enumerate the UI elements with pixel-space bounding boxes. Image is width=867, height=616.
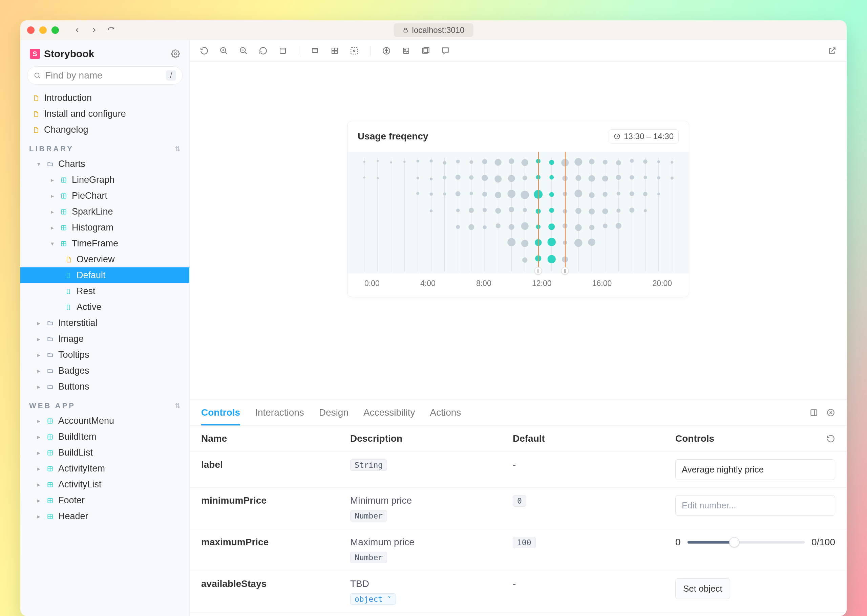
sidebar-component-sparkline[interactable]: ▸SparkLine [20,204,189,220]
type-badge: Number [350,510,387,522]
svg-point-100 [522,159,528,166]
maximize-window-button[interactable] [52,27,59,34]
zoom-reset-button[interactable] [258,46,268,56]
folder-icon [46,160,54,168]
svg-point-144 [603,223,607,228]
section-sort-icon[interactable]: ⇅ [175,145,181,153]
col-default: Default [513,433,675,444]
svg-point-148 [616,209,620,212]
sidebar-story-default[interactable]: Default [20,267,189,283]
chart-area[interactable]: || || [348,152,689,273]
addons-orientation-button[interactable] [809,408,818,417]
close-window-button[interactable] [27,27,35,34]
sidebar-component-timeframe[interactable]: ▾TimeFrame [20,236,189,251]
sidebar-component-accountmenu[interactable]: ▸AccountMenu [20,413,189,429]
prop-control: Set object [675,578,835,599]
sidebar-component-activitylist[interactable]: ▸ActivityList [20,476,189,492]
svg-rect-29 [403,48,409,53]
sidebar-doc-2[interactable]: Changelog [20,122,189,138]
sidebar-component-footer[interactable]: ▸Footer [20,492,189,508]
svg-point-26 [354,50,355,51]
svg-point-64 [417,160,419,162]
range-control[interactable] [688,541,805,544]
svg-point-74 [456,159,460,163]
sidebar-component-buildlist[interactable]: ▸BuildList [20,445,189,460]
remount-button[interactable] [199,46,209,56]
minimize-window-button[interactable] [39,27,47,34]
grid-button[interactable] [329,46,340,56]
search-shortcut: / [166,71,176,80]
sidebar-folder-charts[interactable]: ▾Charts [20,156,189,172]
url-box[interactable]: localhost:3010 [394,24,474,37]
brand[interactable]: S Storybook [30,48,94,60]
svg-rect-24 [335,51,337,53]
sidebar-component-linegraph[interactable]: ▸LineGraph [20,172,189,188]
component-icon [46,497,54,504]
sidebar-folder-badges[interactable]: ▸Badges [20,363,189,379]
sidebar-component-activityitem[interactable]: ▸ActivityItem [20,460,189,476]
outline-button[interactable] [421,46,431,56]
traffic-lights [27,27,59,34]
sidebar-component-piechart[interactable]: ▸PieChart [20,188,189,204]
section-sort-icon[interactable]: ⇅ [175,402,181,410]
selection-line-end [565,152,566,273]
viewport-button[interactable] [310,46,320,56]
svg-point-86 [482,192,487,196]
svg-point-155 [644,176,647,179]
nav-back-button[interactable] [72,25,82,35]
measure-button[interactable] [349,46,359,56]
svg-point-151 [629,175,634,179]
svg-point-79 [469,160,473,164]
component-icon [60,208,68,216]
svg-point-137 [588,209,595,215]
svg-point-114 [549,160,554,165]
sidebar-component-header[interactable]: ▸Header [20,508,189,524]
type-badge[interactable]: object ˅ [350,593,396,605]
svg-rect-20 [312,49,318,49]
tab-interactions[interactable]: Interactions [255,400,304,426]
svg-point-80 [469,175,474,180]
tab-accessibility[interactable]: Accessibility [363,400,415,426]
text-control[interactable] [675,459,835,480]
reset-controls-button[interactable] [826,434,835,443]
type-badge: Number [350,552,387,563]
tab-actions[interactable]: Actions [430,400,461,426]
sidebar-folder-buttons[interactable]: ▸Buttons [20,379,189,394]
sidebar-story-active[interactable]: Active [20,299,189,315]
svg-point-132 [575,224,582,231]
zoom-out-button[interactable] [238,46,249,56]
nav-forward-button[interactable] [90,25,99,35]
sidebar-story-rest[interactable]: Rest [20,283,189,299]
svg-point-83 [468,224,474,230]
nav-reload-button[interactable] [106,25,116,35]
tab-design[interactable]: Design [319,400,348,426]
open-new-tab-button[interactable] [827,46,837,56]
section-webapp: WEB APP [29,401,76,410]
object-control-button[interactable]: Set object [675,578,730,599]
component-icon [46,465,54,473]
background-button[interactable] [278,46,288,56]
zoom-in-button[interactable] [219,46,229,56]
sidebar-folder-image[interactable]: ▸Image [20,331,189,347]
sidebar-folder-tooltips[interactable]: ▸Tooltips [20,347,189,363]
search-input[interactable]: Find by name / [27,66,183,85]
sidebar-doc-0[interactable]: Introduction [20,90,189,106]
svg-rect-25 [351,47,358,54]
settings-button[interactable] [171,49,180,58]
sidebar-component-builditem[interactable]: ▸BuildItem [20,429,189,445]
svg-point-156 [643,192,648,196]
addons-close-button[interactable] [826,408,835,417]
prop-description: TBDobject ˅ [350,578,513,605]
comments-button[interactable] [440,46,450,56]
time-chip[interactable]: 13:30 – 14:30 [609,129,679,143]
a11y-button[interactable] [381,46,392,56]
svg-rect-0 [404,30,408,32]
sidebar-component-histogram[interactable]: ▸Histogram [20,220,189,236]
image-button[interactable] [401,46,411,56]
number-control[interactable] [675,495,835,516]
tab-controls[interactable]: Controls [201,400,240,426]
sidebar-doc-1[interactable]: Install and configure [20,106,189,122]
svg-point-89 [495,159,502,165]
sidebar-story-overview[interactable]: Overview [20,251,189,267]
sidebar-folder-interstitial[interactable]: ▸Interstitial [20,315,189,331]
